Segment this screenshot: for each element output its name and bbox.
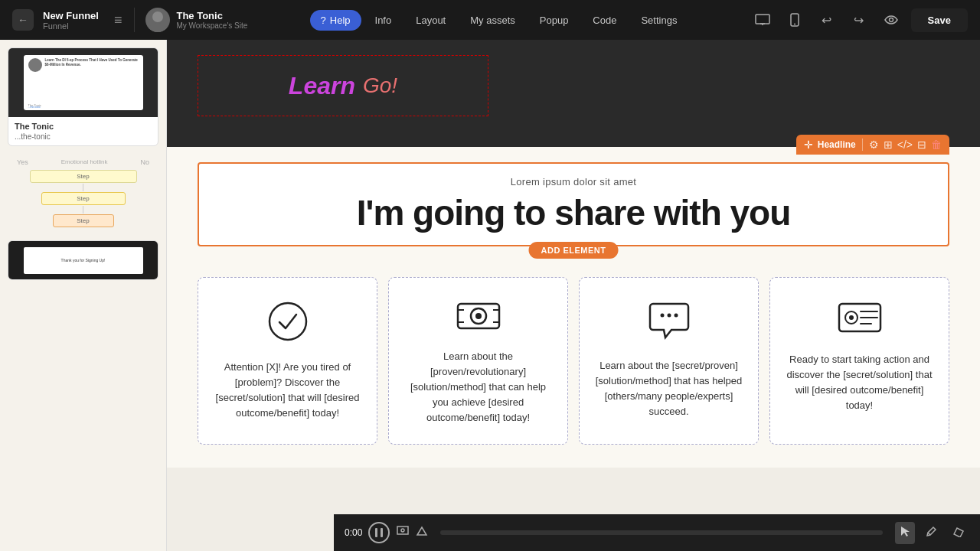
page-link: ...the-tonic — [15, 132, 152, 141]
save-button[interactable]: Save — [911, 8, 968, 32]
tab-popup[interactable]: Popup — [529, 10, 580, 31]
thumb-avatar — [28, 58, 42, 72]
project-subtitle: Funnel — [43, 21, 99, 31]
toolbar-save-icon[interactable]: ⊟ — [917, 139, 926, 151]
svg-point-6 — [794, 24, 795, 25]
tab-settings-label: Settings — [641, 15, 677, 26]
svg-point-16 — [660, 313, 664, 317]
funnel-stats-row: Yes Emotional hotlink No — [17, 158, 149, 166]
sidebar-extra-card[interactable]: Thank you for Signing Up! — [8, 240, 158, 280]
headline-toolbar-crosshair-icon: ✛ — [804, 139, 813, 151]
svg-line-28 — [928, 533, 930, 535]
page-dark-headline: Learn — [289, 72, 355, 100]
toolbar-code-icon[interactable]: </> — [897, 139, 913, 151]
page-info: The Tonic ...the-tonic — [8, 117, 158, 145]
page-thumb-inner: Learn The DI 5-ep Process That I Have Us… — [24, 55, 143, 110]
feature-card-2[interactable]: Learn about the [proven/revolutionary] [… — [388, 277, 568, 445]
thumb-link: ...the-tonic — [28, 106, 41, 109]
tab-my-assets-label: My assets — [470, 15, 515, 26]
nav-right-actions: ↩ ↪ Save — [750, 8, 968, 32]
headline-toolbar-label: Headline — [818, 139, 856, 150]
avatar — [145, 8, 170, 32]
page-dark-band: Learn Go! — [167, 40, 980, 147]
pencil-tool-button[interactable] — [921, 522, 942, 544]
video-icon-1[interactable] — [396, 525, 410, 540]
funnel-connector-2 — [83, 206, 83, 214]
svg-point-7 — [889, 18, 893, 22]
extra-card-inner: Thank you for Signing Up! — [24, 247, 143, 274]
tab-code[interactable]: Code — [582, 10, 627, 31]
video-play-button[interactable] — [368, 522, 390, 543]
funnel-stat-yes: Yes — [17, 158, 28, 166]
feature-icon-2 — [456, 301, 501, 337]
undo-button[interactable]: ↩ — [815, 8, 839, 32]
back-button[interactable]: ← — [12, 9, 34, 31]
page-dark-band-inner[interactable]: Learn Go! — [198, 55, 488, 116]
extra-card-thumb: Thank you for Signing Up! — [8, 241, 158, 279]
sidebar-page-card[interactable]: Learn The DI 5-ep Process That I Have Us… — [8, 47, 158, 146]
menu-icon[interactable]: ≡ — [114, 12, 122, 28]
funnel-stat-middle: Emotional hotlink — [61, 158, 108, 166]
feature-text-3: Learn about the [secret/proven] [solutio… — [592, 358, 746, 420]
feature-cards-section: Attention [X]! Are you tired of [problem… — [198, 269, 949, 445]
funnel-stat-no: No — [140, 158, 149, 166]
tab-my-assets[interactable]: My assets — [459, 10, 526, 31]
feature-icon-1 — [267, 301, 309, 347]
toolbar-sep-1 — [862, 139, 863, 151]
site-name-group: The Tonic My Workspace's Site — [176, 10, 247, 30]
page-name: The Tonic — [15, 122, 152, 131]
tab-info[interactable]: Info — [364, 10, 403, 31]
svg-point-21 — [849, 315, 854, 320]
preview-button[interactable] — [879, 8, 903, 32]
site-subtitle: My Workspace's Site — [176, 21, 247, 30]
redo-button[interactable]: ↪ — [847, 8, 871, 32]
site-info: The Tonic My Workspace's Site — [134, 8, 247, 32]
funnel-connector-1 — [83, 184, 83, 191]
extra-card-text: Thank you for Signing Up! — [61, 258, 106, 262]
tab-layout[interactable]: Layout — [405, 10, 456, 31]
feature-card-1[interactable]: Attention [X]! Are you tired of [problem… — [198, 277, 377, 445]
feature-card-3[interactable]: Learn about the [secret/proven] [solutio… — [579, 277, 759, 445]
funnel-shape: Step Step Step — [22, 169, 145, 228]
add-element-button[interactable]: ADD ELEMENT — [529, 242, 619, 259]
feature-icon-4 — [838, 301, 882, 340]
svg-rect-2 — [756, 15, 769, 24]
desktop-view-button[interactable] — [750, 8, 775, 32]
page-white-section: ✛ Headline ⚙ ⊞ </> ⊟ 🗑 Lorem ipsum dolor… — [167, 147, 980, 468]
tab-code-label: Code — [593, 15, 616, 26]
left-sidebar: Learn The DI 5-ep Process That I Have Us… — [0, 40, 167, 551]
headline-label-above: Lorem ipsum dolor sit amet — [214, 176, 933, 187]
feature-card-4[interactable]: Ready to start taking action and discove… — [769, 277, 949, 445]
funnel-step-2[interactable]: Step — [41, 192, 126, 205]
svg-point-18 — [674, 313, 678, 317]
funnel-step-1[interactable]: Step — [30, 170, 137, 183]
tab-help[interactable]: ? Help — [310, 10, 361, 31]
funnel-step-3[interactable]: Step — [53, 214, 114, 227]
sidebar-funnel-preview: Learn The DI 5-ep Process That I Have Us… — [0, 40, 166, 551]
bottom-video-bar: 0:00 — [334, 514, 980, 551]
project-title: New Funnel — [43, 10, 99, 21]
toolbar-settings-icon[interactable]: ⚙ — [869, 139, 879, 151]
tab-settings[interactable]: Settings — [630, 10, 688, 31]
tab-popup-label: Popup — [540, 15, 569, 26]
canvas-wrapper: Learn Go! ✛ Headline ⚙ ⊞ — [167, 40, 980, 551]
headline-element-box[interactable]: Lorem ipsum dolor sit amet I'm going to … — [198, 162, 949, 246]
eraser-tool-button[interactable] — [948, 522, 969, 544]
toolbar-layers-icon[interactable]: ⊞ — [884, 139, 893, 151]
toolbar-delete-icon[interactable]: 🗑 — [931, 139, 942, 151]
svg-point-1 — [149, 23, 167, 32]
project-info: New Funnel Funnel — [43, 10, 99, 31]
video-timeline[interactable] — [440, 530, 883, 535]
center-tabs: ? Help Info Layout My assets Popup Code … — [310, 10, 688, 31]
thumb-text-block: Learn The DI 5-ep Process That I Have Us… — [45, 58, 140, 68]
svg-rect-26 — [381, 528, 383, 537]
site-name: The Tonic — [176, 10, 247, 21]
cursor-tool-button[interactable] — [895, 522, 915, 544]
canvas-scroll[interactable]: Learn Go! ✛ Headline ⚙ ⊞ — [167, 40, 980, 551]
video-icon-2[interactable] — [416, 526, 428, 540]
canvas-content: Learn Go! ✛ Headline ⚙ ⊞ — [167, 40, 980, 468]
tab-help-label: Help — [330, 15, 351, 26]
funnel-step-2-label: Step — [77, 195, 89, 202]
headline-main-text[interactable]: I'm going to share with you — [214, 194, 933, 233]
mobile-view-button[interactable] — [782, 8, 807, 32]
